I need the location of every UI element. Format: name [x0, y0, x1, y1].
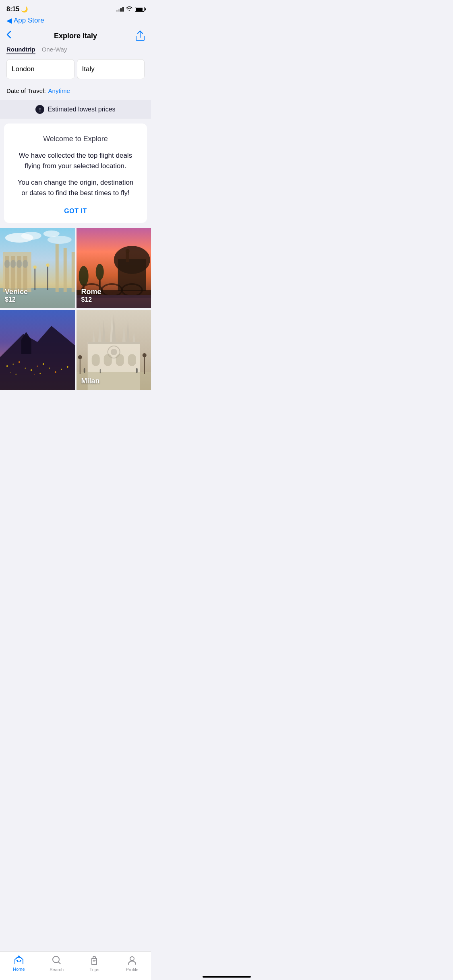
- signal-icon: [116, 7, 124, 12]
- svg-point-14: [46, 264, 50, 267]
- svg-point-46: [55, 371, 56, 373]
- venice-price: $12: [5, 296, 28, 303]
- svg-point-10: [23, 260, 28, 268]
- trip-type-tabs: Roundtrip One-Way: [0, 46, 151, 59]
- svg-point-50: [15, 374, 17, 375]
- back-button[interactable]: [6, 31, 19, 41]
- svg-rect-75: [99, 369, 101, 373]
- destination-milan[interactable]: Milan: [77, 310, 151, 390]
- svg-rect-79: [144, 356, 145, 374]
- svg-point-49: [10, 372, 11, 373]
- share-icon: [136, 31, 145, 41]
- app-store-label: App Store: [14, 16, 44, 25]
- svg-point-80: [142, 353, 146, 357]
- destination-naples[interactable]: [0, 310, 75, 390]
- svg-rect-24: [118, 259, 146, 291]
- svg-point-48: [67, 366, 68, 368]
- svg-point-42: [31, 369, 32, 371]
- estimated-text: Estimated lowest prices: [48, 106, 115, 113]
- svg-rect-76: [136, 368, 137, 373]
- oneway-tab[interactable]: One-Way: [42, 46, 67, 54]
- svg-point-68: [110, 349, 117, 355]
- status-time: 8:15: [6, 6, 19, 13]
- svg-point-20: [48, 236, 72, 244]
- svg-point-51: [34, 374, 35, 375]
- wifi-icon: [126, 6, 132, 12]
- rome-price: $12: [81, 296, 101, 303]
- svg-rect-72: [128, 354, 136, 366]
- milan-info: Milan: [81, 377, 100, 385]
- status-icons: [116, 6, 145, 12]
- svg-rect-74: [83, 368, 85, 373]
- venice-name: Venice: [5, 288, 28, 296]
- svg-point-39: [12, 364, 14, 365]
- welcome-desc2: You can change the origin, destination o…: [14, 177, 137, 198]
- svg-point-38: [6, 365, 8, 367]
- date-of-travel-row[interactable]: Date of Travel: Anytime: [0, 84, 151, 100]
- rome-info: Rome $12: [81, 288, 101, 303]
- svg-rect-13: [48, 266, 48, 290]
- svg-rect-71: [116, 354, 124, 366]
- app-store-nav[interactable]: ◀ App Store: [0, 14, 151, 27]
- svg-point-7: [4, 260, 10, 268]
- destination-venice[interactable]: Venice $12: [0, 228, 75, 308]
- date-value: Anytime: [48, 87, 70, 94]
- roundtrip-tab[interactable]: Roundtrip: [6, 46, 35, 54]
- search-fields: London Italy: [6, 59, 145, 79]
- svg-point-26: [125, 249, 129, 253]
- origin-field[interactable]: London: [6, 59, 74, 79]
- milan-name: Milan: [81, 377, 100, 385]
- got-it-button[interactable]: GOT IT: [64, 208, 87, 215]
- svg-point-43: [37, 366, 38, 367]
- welcome-desc1: We have collected the top flight deals f…: [14, 150, 137, 171]
- svg-rect-15: [56, 244, 59, 292]
- svg-rect-16: [64, 248, 67, 292]
- svg-rect-69: [91, 354, 99, 366]
- estimated-prices-banner: ! Estimated lowest prices: [0, 100, 151, 119]
- share-button[interactable]: [132, 31, 145, 41]
- moon-icon: 🌙: [21, 6, 28, 12]
- destination-rome[interactable]: Rome $12: [77, 228, 151, 308]
- venice-info: Venice $12: [5, 288, 28, 303]
- svg-rect-25: [126, 252, 129, 262]
- welcome-title: Welcome to Explore: [14, 135, 137, 143]
- page-title: Explore Italy: [19, 32, 132, 40]
- svg-point-12: [33, 266, 37, 269]
- destination-field[interactable]: Italy: [77, 59, 145, 79]
- destination-grid: Venice $12: [0, 228, 151, 390]
- svg-point-52: [39, 373, 41, 374]
- svg-point-40: [19, 361, 20, 363]
- svg-rect-11: [35, 268, 35, 290]
- svg-point-32: [79, 266, 88, 286]
- svg-point-34: [95, 264, 103, 280]
- svg-point-21: [43, 231, 60, 237]
- svg-point-47: [61, 369, 62, 370]
- svg-point-8: [10, 260, 16, 268]
- svg-rect-53: [21, 340, 31, 354]
- svg-point-45: [49, 368, 50, 369]
- svg-point-44: [43, 363, 44, 365]
- battery-icon: [135, 7, 145, 12]
- status-bar: 8:15 🌙: [0, 0, 151, 14]
- welcome-card: Welcome to Explore We have collected the…: [4, 124, 147, 223]
- svg-point-9: [17, 260, 22, 268]
- rome-name: Rome: [81, 288, 101, 296]
- svg-point-41: [25, 368, 26, 369]
- svg-rect-55: [23, 338, 25, 342]
- svg-rect-66: [87, 342, 140, 344]
- svg-point-78: [78, 355, 82, 359]
- svg-point-19: [21, 232, 41, 240]
- date-label: Date of Travel:: [6, 87, 46, 94]
- svg-rect-77: [79, 358, 80, 374]
- naples-image: [0, 310, 75, 390]
- info-icon: !: [35, 105, 44, 114]
- page-header: Explore Italy: [0, 27, 151, 46]
- svg-rect-70: [103, 354, 112, 366]
- svg-rect-17: [72, 252, 75, 292]
- back-to-appstore-icon: ◀: [6, 16, 12, 25]
